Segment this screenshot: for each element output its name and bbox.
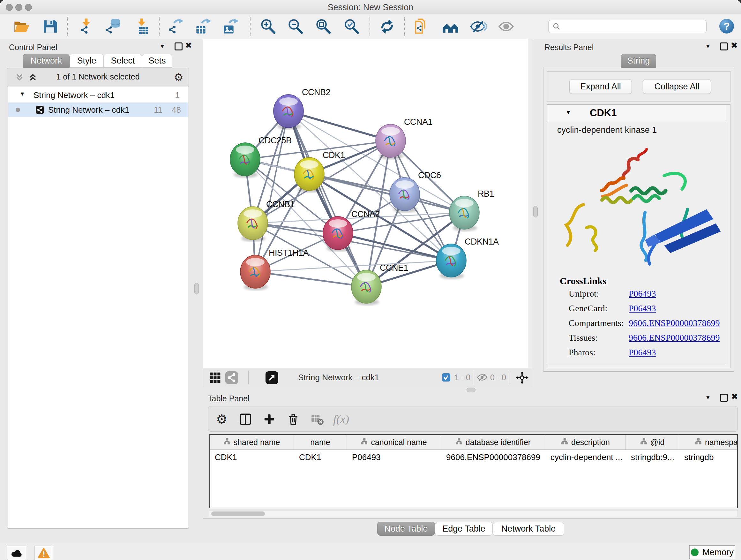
delete-trash-icon[interactable] [284, 410, 302, 428]
zoom-out-icon[interactable] [286, 17, 305, 36]
network-view[interactable]: CCNB2CCNA1CDC25BCDK1CDC6RB1CCNB1CCNA2CDK… [203, 39, 532, 368]
crosslink-link[interactable]: P06493 [629, 289, 656, 299]
node-CDK1[interactable]: CDK1 [294, 150, 345, 192]
table-cell[interactable]: CDK1 [210, 450, 294, 464]
import-table-icon[interactable] [133, 17, 151, 36]
table-settings-gear-icon[interactable]: ⚙ [213, 410, 231, 428]
results-panel-close-icon[interactable]: ✖ [731, 42, 738, 49]
help-icon[interactable]: ? [719, 19, 734, 34]
node-CDC6[interactable]: CDC6 [390, 171, 441, 212]
cloud-button[interactable] [7, 546, 26, 560]
network-collection-row[interactable]: ▼ String Network – cdk1 1 [8, 88, 188, 103]
collection-expander-icon[interactable]: ▼ [19, 91, 25, 98]
left-splitter-handle[interactable] [194, 283, 199, 294]
zoom-in-icon[interactable] [259, 17, 277, 36]
save-icon[interactable] [41, 17, 59, 36]
network-share-badge-icon[interactable] [223, 369, 241, 387]
birdseye-icon[interactable] [497, 17, 515, 36]
zoom-fit-icon[interactable] [314, 17, 332, 36]
table-panel-menu-icon[interactable]: ▼ [705, 395, 711, 401]
control-panel-close-icon[interactable]: ✖ [185, 42, 192, 49]
tab-edge-table[interactable]: Edge Table [435, 522, 493, 536]
table-scrollbar-thumb[interactable] [211, 511, 265, 516]
export-table-icon[interactable] [194, 17, 212, 36]
function-builder-icon[interactable]: f(x) [332, 410, 350, 428]
crosslink-link[interactable]: P06493 [629, 348, 656, 358]
crosslink-link[interactable]: P06493 [629, 303, 656, 314]
expand-all-button[interactable]: Expand All [569, 79, 632, 94]
table-panel-close-icon[interactable]: ✖ [731, 393, 738, 400]
export-image-icon[interactable] [222, 17, 240, 36]
tab-string[interactable]: String [621, 54, 656, 68]
column-header-name[interactable]: name [294, 435, 347, 449]
table-cell[interactable]: CDK1 [294, 450, 347, 464]
search-input[interactable] [563, 22, 706, 31]
table-cell[interactable]: stringdb:9... [626, 450, 679, 464]
gene-header[interactable]: ▼ CDK1 [547, 105, 730, 122]
network-row-selected[interactable]: String Network – cdk1 11 48 [8, 103, 188, 117]
control-panel-float-icon[interactable] [175, 43, 183, 51]
selected-checkbox-icon[interactable] [442, 373, 451, 383]
hide-details-icon[interactable] [469, 17, 487, 36]
node-CCNE1[interactable]: CCNE1 [351, 263, 408, 305]
clone-network-icon[interactable] [413, 17, 431, 36]
crosslink-link[interactable]: 9606.ENSP00000378699 [629, 333, 720, 343]
edge-CCNB2-CCNA1[interactable] [288, 111, 391, 141]
column-header-database-identifier[interactable]: database identifier [441, 435, 545, 449]
results-vertical-scrollbar[interactable] [726, 105, 730, 368]
node-CDKN1A[interactable]: CDKN1A [436, 237, 499, 279]
node-table[interactable]: shared namenamecanonical namedatabase id… [209, 434, 738, 508]
home-icon[interactable] [442, 17, 460, 36]
table-panel-float-icon[interactable] [720, 394, 728, 401]
tab-sets[interactable]: Sets [142, 54, 172, 68]
column-header--id[interactable]: @id [626, 435, 679, 449]
gear-icon[interactable]: ⚙ [174, 71, 184, 84]
apply-layout-icon[interactable] [378, 17, 396, 36]
column-header-description[interactable]: description [545, 435, 626, 449]
table-horizontal-scrollbar[interactable] [209, 510, 738, 517]
tab-select[interactable]: Select [104, 54, 142, 68]
collapse-all-button[interactable]: Collapse All [643, 79, 711, 94]
warning-button[interactable] [34, 546, 53, 560]
zoom-selected-icon[interactable] [343, 17, 360, 36]
column-header-shared-name[interactable]: shared name [210, 435, 294, 449]
open-in-new-window-icon[interactable] [263, 369, 281, 387]
export-network-icon[interactable] [166, 17, 185, 36]
tab-node-table[interactable]: Node Table [377, 522, 435, 536]
tab-network-table[interactable]: Network Table [493, 522, 564, 536]
delete-table-icon[interactable] [308, 410, 326, 428]
network-graph[interactable]: CCNB2CCNA1CDC25BCDK1CDC6RB1CCNB1CCNA2CDK… [203, 39, 532, 368]
grid-view-icon[interactable] [206, 369, 224, 387]
hidden-eye-icon[interactable] [477, 373, 488, 383]
column-header-namespace[interactable]: namespace [679, 435, 738, 449]
column-header-canonical-name[interactable]: canonical name [347, 435, 441, 449]
fit-center-crosshair-icon[interactable] [513, 369, 531, 387]
crosslink-link[interactable]: 9606.ENSP00000378699 [629, 318, 720, 328]
edge-CCNB2-HIST1H1A[interactable] [255, 111, 288, 272]
table-row[interactable]: CDK1CDK1P064939606.ENSP00000378699cyclin… [210, 450, 737, 464]
results-horizontal-scrollbar[interactable] [547, 364, 726, 368]
results-panel-menu-icon[interactable]: ▼ [705, 44, 711, 50]
open-icon[interactable] [13, 17, 30, 36]
tab-network[interactable]: Network [23, 54, 70, 68]
edge-CCNB2-CCNE1[interactable] [288, 111, 366, 287]
gene-expander-icon[interactable]: ▼ [565, 109, 571, 116]
table-cell[interactable]: stringdb [679, 450, 738, 464]
control-panel-menu-icon[interactable]: ▼ [159, 44, 165, 50]
search-field[interactable] [548, 20, 706, 33]
import-database-icon[interactable] [104, 17, 122, 36]
node-RB1[interactable]: RB1 [449, 189, 494, 231]
node-CCNB1[interactable]: CCNB1 [238, 199, 294, 242]
edge-CDK1-RB1[interactable] [309, 174, 464, 212]
show-columns-icon[interactable] [237, 410, 254, 428]
import-network-icon[interactable] [77, 17, 95, 36]
table-cell[interactable]: P06493 [347, 450, 441, 464]
add-column-plus-icon[interactable] [260, 410, 278, 428]
tab-style[interactable]: Style [70, 54, 104, 68]
results-panel-float-icon[interactable] [720, 43, 728, 51]
table-cell[interactable]: cyclin-dependent ... [545, 450, 626, 464]
memory-button[interactable]: Memory [689, 545, 735, 559]
table-cell[interactable]: 9606.ENSP00000378699 [441, 450, 545, 464]
right-splitter-handle[interactable] [533, 206, 538, 217]
edge-HIST1H1A-CCNE1[interactable] [255, 272, 366, 287]
